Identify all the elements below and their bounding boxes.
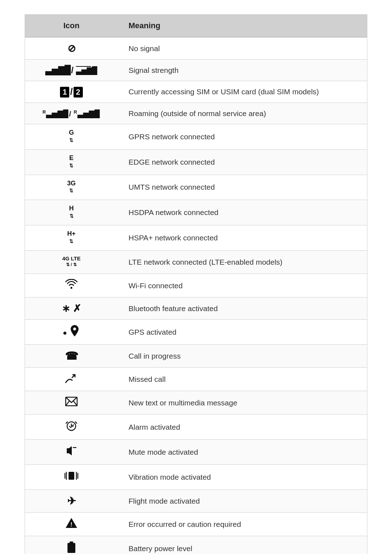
signal-strength-icon: ▃▅▇▉/ ▃▅▇▉ [45, 65, 97, 75]
icon-cell-signal: ▃▅▇▉/ ▃▅▇▉ [25, 60, 118, 81]
gps-icon: • [63, 327, 80, 339]
svg-rect-10 [67, 543, 75, 553]
table-row: Alarm activated [25, 415, 367, 440]
table-row: • GPS activated [25, 320, 367, 345]
table-row: ☎ Call in progress [25, 345, 367, 368]
bluetooth-icon-b: ✗ [73, 303, 81, 314]
flight-icon: ✈ [67, 495, 76, 507]
meaning-cell: Missed call [118, 368, 367, 391]
icon-reference-table: Icon Meaning ⊘ No signal ▃▅▇▉/ ▃▅▇▉ [25, 14, 367, 554]
table-row: ! Error occurred or caution required [25, 513, 367, 536]
table-row: 4G LTE⇅ / ⇅ LTE network connected (LTE-e… [25, 250, 367, 274]
icon-cell-no-signal: ⊘ [25, 37, 118, 60]
error-icon: ! [65, 520, 77, 530]
meaning-cell: Roaming (outside of normal service area) [118, 103, 367, 124]
meaning-cell: Signal strength [118, 60, 367, 81]
icon-cell-alarm [25, 415, 118, 440]
table-row: 3G⇅ UMTS network connected [25, 175, 367, 200]
icon-cell-error: ! [25, 513, 118, 536]
icon-cell-roaming: R▃▅▇▉/ R▃▅▇▉ [25, 103, 118, 124]
svg-marker-4 [67, 446, 72, 455]
table-row: ∗ ✗ Bluetooth feature activated [25, 298, 367, 320]
icon-cell-lte: 4G LTE⇅ / ⇅ [25, 250, 118, 274]
battery-icon [67, 545, 76, 554]
meaning-cell: Battery power level [118, 536, 367, 554]
meaning-cell: No signal [118, 37, 367, 60]
svg-point-0 [71, 287, 72, 289]
missed-call-icon [65, 375, 78, 385]
svg-rect-9 [70, 541, 73, 543]
meaning-cell: HSPA+ network connected [118, 225, 367, 251]
icon-cell-bluetooth: ∗ ✗ [25, 298, 118, 320]
meaning-cell: Call in progress [118, 345, 367, 368]
gprs-icon: G⇅ [69, 129, 74, 144]
icon-cell-hsdpa: H⇅ [25, 200, 118, 225]
meaning-cell: Wi-Fi connected [118, 274, 367, 298]
icon-cell-wifi [25, 274, 118, 298]
icon-cell-umts: 3G⇅ [25, 175, 118, 200]
icon-cell-vibration [25, 465, 118, 490]
svg-rect-6 [69, 472, 74, 480]
roaming-icon: R▃▅▇▉/ R▃▅▇▉ [42, 110, 100, 118]
table-row: Missed call [25, 368, 367, 391]
table-header-row: Icon Meaning [25, 15, 367, 37]
meaning-cell: Alarm activated [118, 415, 367, 440]
sim-icon: 1/2 [60, 86, 83, 97]
call-icon: ☎ [65, 350, 78, 362]
meaning-cell: LTE network connected (LTE-enabled model… [118, 250, 367, 274]
meaning-cell: Currently accessing SIM or USIM card (du… [118, 81, 367, 103]
meaning-cell: Vibration mode activated [118, 465, 367, 490]
meaning-cell: Error occurred or caution required [118, 513, 367, 536]
meaning-column-header: Meaning [118, 15, 367, 37]
mute-icon [66, 448, 77, 459]
table-row: ✈ Flight mode activated [25, 490, 367, 513]
icon-cell-call: ☎ [25, 345, 118, 368]
table-row: H+⇅ HSPA+ network connected [25, 225, 367, 251]
lte-icon: 4G LTE⇅ / ⇅ [62, 256, 80, 268]
edge-icon: E⇅ [69, 155, 74, 169]
meaning-cell: EDGE network connected [118, 149, 367, 175]
table-row: G⇅ GPRS network connected [25, 124, 367, 150]
meaning-cell: GPRS network connected [118, 124, 367, 150]
table-row: Mute mode activated [25, 440, 367, 465]
meaning-cell: UMTS network connected [118, 175, 367, 200]
table-row: H⇅ HSDPA network connected [25, 200, 367, 225]
no-signal-icon: ⊘ [67, 43, 76, 54]
table-row: R▃▅▇▉/ R▃▅▇▉ Roaming (outside of normal … [25, 103, 367, 124]
meaning-cell: New text or multimedia message [118, 391, 367, 415]
table-row: Vibration mode activated [25, 465, 367, 490]
table-row: ▃▅▇▉/ ▃▅▇▉ Signal strength [25, 60, 367, 81]
meaning-cell: Flight mode activated [118, 490, 367, 513]
icon-cell-missed-call [25, 368, 118, 391]
meaning-cell: GPS activated [118, 320, 367, 345]
icon-cell-sim: 1/2 [25, 81, 118, 103]
table-row: 1/2 Currently accessing SIM or USIM card… [25, 81, 367, 103]
table-row: E⇅ EDGE network connected [25, 149, 367, 175]
icon-cell-flight: ✈ [25, 490, 118, 513]
icon-cell-mute [25, 440, 118, 465]
icon-column-header: Icon [25, 15, 118, 37]
svg-text:!: ! [70, 521, 72, 528]
hsdpa-icon: H⇅ [69, 205, 74, 219]
wifi-icon [65, 280, 78, 292]
meaning-cell: HSDPA network connected [118, 200, 367, 225]
icon-cell-gprs: G⇅ [25, 124, 118, 150]
meaning-cell: Bluetooth feature activated [118, 298, 367, 320]
bluetooth-icon: ∗ [62, 303, 70, 314]
message-icon [65, 398, 78, 409]
icon-cell-hspa: H+⇅ [25, 225, 118, 251]
vibration-icon [64, 473, 79, 484]
table-row: Battery power level [25, 536, 367, 554]
icon-cell-edge: E⇅ [25, 149, 118, 175]
icon-cell-battery [25, 536, 118, 554]
icon-cell-message [25, 391, 118, 415]
table-row: New text or multimedia message [25, 391, 367, 415]
table-row: Wi-Fi connected [25, 274, 367, 298]
alarm-icon [65, 423, 77, 434]
table-row: ⊘ No signal [25, 37, 367, 60]
svg-point-1 [73, 328, 76, 330]
umts-icon: 3G⇅ [67, 180, 76, 194]
icon-cell-gps: • [25, 320, 118, 345]
meaning-cell: Mute mode activated [118, 440, 367, 465]
hspa-icon: H+⇅ [67, 230, 76, 245]
